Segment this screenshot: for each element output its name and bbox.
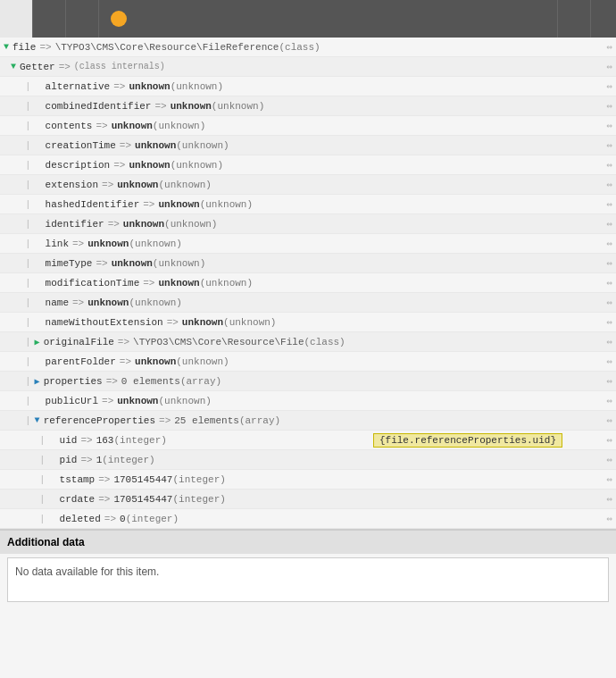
toggle-icon[interactable]: ▶ xyxy=(35,337,40,347)
link-icon[interactable]: ⇔ xyxy=(606,395,612,406)
link-icon[interactable]: ⇔ xyxy=(606,414,612,426)
property-type: (integer) xyxy=(172,474,225,485)
tree-row: |alternative => unknown (unknown)⇔ xyxy=(0,77,616,96)
row-content: |▶properties => 0 elements (array) xyxy=(25,376,595,387)
property-name: hashedIdentifier xyxy=(46,199,140,210)
property-type: (integer) xyxy=(113,435,166,446)
toggle-icon[interactable]: ▼ xyxy=(11,62,16,71)
arrow-symbol: => xyxy=(59,62,71,72)
link-icon[interactable]: ⇔ xyxy=(606,120,612,131)
row-content: |▼referenceProperties => 25 elements (ar… xyxy=(25,415,595,426)
toggle-icon[interactable]: ▼ xyxy=(35,415,40,425)
property-name: file xyxy=(12,42,36,53)
tree-row: |contents => unknown (unknown)⇔ xyxy=(0,116,616,136)
row-content: |mimeType => unknown (unknown) xyxy=(25,258,595,269)
link-icon[interactable]: ⇔ xyxy=(606,238,612,249)
arrow-symbol: => xyxy=(106,376,118,387)
link-icon[interactable]: ⇔ xyxy=(606,336,612,347)
link-icon[interactable]: ⇔ xyxy=(606,80,612,92)
row-content: |contents => unknown (unknown) xyxy=(25,121,595,131)
tree-row: |tstamp => 1705145447 (integer)⇔ xyxy=(0,470,616,490)
property-type: (unknown) xyxy=(200,199,253,210)
link-icon[interactable]: ⇔ xyxy=(606,316,612,328)
arrow-symbol: => xyxy=(113,81,125,92)
property-type: (class) xyxy=(279,42,320,53)
tree-row: |uid => 163 (integer)⇔{file.referencePro… xyxy=(0,431,616,450)
tree-row: |parentFolder => unknown (unknown)⇔ xyxy=(0,352,616,372)
property-value: unknown xyxy=(135,140,176,151)
link-icon[interactable]: ⇔ xyxy=(606,473,612,485)
pipe-symbol: | xyxy=(25,415,31,426)
link-icon[interactable]: ⇔ xyxy=(606,257,612,269)
link-icon[interactable]: ⇔ xyxy=(606,356,612,367)
pipe-symbol: | xyxy=(39,494,46,505)
link-icon[interactable]: ⇔ xyxy=(606,297,612,308)
row-content: |modificationTime => unknown (unknown) xyxy=(25,278,595,289)
property-value: unknown xyxy=(117,396,158,406)
property-name: properties xyxy=(44,376,103,387)
property-name: extension xyxy=(46,180,98,190)
tab-plugins[interactable] xyxy=(66,0,99,38)
tree-row: |▶properties => 0 elements (array)⇔ xyxy=(0,372,616,391)
link-icon[interactable]: ⇔ xyxy=(606,159,612,171)
close-button[interactable] xyxy=(590,0,616,38)
tab-debug[interactable] xyxy=(0,0,33,38)
tree-row: |publicUrl => unknown (unknown)⇔ xyxy=(0,391,616,411)
pipe-symbol: | xyxy=(25,81,31,92)
property-value: 1 xyxy=(96,455,103,465)
row-content: |link => unknown (unknown) xyxy=(25,239,595,249)
property-type: (unknown) xyxy=(153,121,205,131)
arrow-symbol: => xyxy=(120,140,131,151)
property-value: 0 elements xyxy=(121,376,180,387)
property-name: name xyxy=(46,297,69,308)
property-value: \TYPO3\CMS\Core\Resource\FileReference xyxy=(55,42,279,53)
row-content: |publicUrl => unknown (unknown) xyxy=(25,396,595,406)
link-icon[interactable]: ⇔ xyxy=(606,375,612,387)
property-name: deleted xyxy=(60,514,101,524)
row-content: |deleted => 0 (integer) xyxy=(39,514,595,524)
link-icon[interactable]: ⇔ xyxy=(606,493,612,505)
row-content: |▶originalFile => \TYPO3\CMS\Core\Resour… xyxy=(25,337,595,347)
arrow-symbol: => xyxy=(120,356,131,367)
pipe-symbol: | xyxy=(25,258,31,269)
property-name: tstamp xyxy=(60,474,96,485)
link-icon[interactable]: ⇔ xyxy=(606,41,612,53)
link-icon[interactable]: ⇔ xyxy=(606,513,612,524)
property-type: (unknown) xyxy=(158,180,211,190)
tree-row: |modificationTime => unknown (unknown)⇔ xyxy=(0,273,616,293)
link-icon[interactable]: ⇔ xyxy=(606,61,612,72)
link-icon[interactable]: ⇔ xyxy=(606,198,612,210)
toggle-icon[interactable]: ▼ xyxy=(4,42,9,52)
property-type: (unknown) xyxy=(212,101,264,112)
arrow-symbol: => xyxy=(167,317,179,328)
pipe-symbol: | xyxy=(25,121,31,131)
link-icon[interactable]: ⇔ xyxy=(606,434,612,446)
link-icon[interactable]: ⇔ xyxy=(606,179,612,190)
row-content: ▼file => \TYPO3\CMS\Core\Resource\FileRe… xyxy=(4,42,595,53)
property-name: originalFile xyxy=(44,337,114,347)
link-icon[interactable]: ⇔ xyxy=(606,454,612,465)
link-icon[interactable]: ⇔ xyxy=(606,277,612,289)
property-value: unknown xyxy=(158,199,199,210)
additional-data-content: No data available for this item. xyxy=(7,557,609,602)
property-value: 163 xyxy=(96,435,114,446)
arrow-symbol: => xyxy=(72,239,84,249)
property-value: unknown xyxy=(182,317,223,328)
property-type: (unknown) xyxy=(171,160,223,171)
link-icon[interactable]: ⇔ xyxy=(606,218,612,230)
link-icon[interactable]: ⇔ xyxy=(606,100,612,112)
tab-config[interactable] xyxy=(33,0,66,38)
property-name: description xyxy=(46,160,111,171)
row-content: |identifier => unknown (unknown) xyxy=(25,219,595,230)
property-value: unknown xyxy=(129,160,170,171)
arrow-symbol: => xyxy=(98,494,110,505)
toggle-icon[interactable]: ▶ xyxy=(35,376,40,387)
property-value: 25 elements xyxy=(174,415,239,426)
tree-row: |name => unknown (unknown)⇔ xyxy=(0,293,616,313)
additional-data-header: Additional data xyxy=(0,529,616,554)
link-icon[interactable]: ⇔ xyxy=(606,139,612,151)
tree-row: |combinedIdentifier => unknown (unknown)… xyxy=(0,96,616,116)
search-button[interactable] xyxy=(557,0,590,38)
property-value: unknown xyxy=(123,219,164,230)
main-content: ▼file => \TYPO3\CMS\Core\Resource\FileRe… xyxy=(0,38,616,678)
